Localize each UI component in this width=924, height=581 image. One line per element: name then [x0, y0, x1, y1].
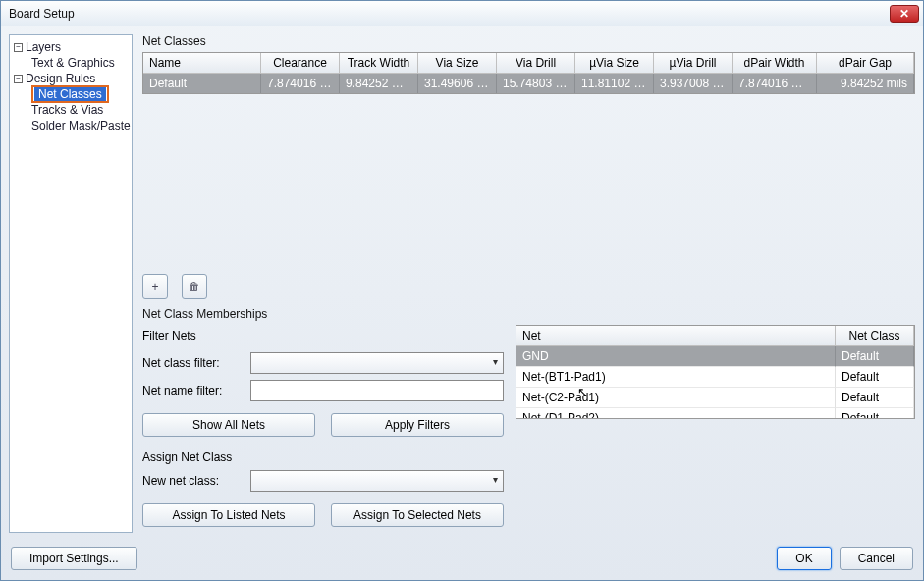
tree-item-solder-mask[interactable]: Solder Mask/Paste [14, 118, 132, 133]
tree-item-layers[interactable]: − Layers [14, 39, 132, 55]
table-row[interactable]: Net-(C2-Pad1) Default [516, 388, 914, 408]
assign-listed-button[interactable]: Assign To Listed Nets [142, 503, 315, 527]
col-name[interactable]: Name [143, 53, 261, 74]
tree-panel: − Layers Text & Graphics − Design Rules … [9, 34, 133, 533]
nets-table: Net Net Class GND Default Net-(BT1-Pad1)… [516, 325, 915, 419]
col-via-drill[interactable]: Via Drill [497, 53, 575, 74]
ok-button[interactable]: OK [777, 547, 831, 570]
footer: Import Settings... OK Cancel [1, 541, 923, 580]
assign-selected-button[interactable]: Assign To Selected Nets [331, 503, 504, 527]
net-name-filter-label: Net name filter: [142, 384, 250, 397]
col-net-class[interactable]: Net Class [836, 326, 914, 346]
net-name-filter-input[interactable] [250, 380, 504, 401]
table-row[interactable]: Net-(D1-Pad2) Default [516, 408, 914, 419]
tree-item-design-rules[interactable]: − Design Rules [14, 71, 132, 86]
apply-filters-button[interactable]: Apply Filters [331, 413, 504, 437]
delete-class-button[interactable]: 🗑 [182, 274, 207, 299]
table-row[interactable]: Default 7.874016 mils 9.84252 mils 31.49… [143, 74, 914, 93]
window-title: Board Setup [9, 7, 75, 21]
col-uvia-size[interactable]: µVia Size [575, 53, 654, 74]
add-class-button[interactable]: + [142, 274, 168, 299]
import-settings-button[interactable]: Import Settings... [11, 547, 137, 570]
tree-item-text-graphics[interactable]: Text & Graphics [14, 55, 132, 71]
board-setup-dialog: Board Setup ✕ − Layers Text & Graphics −… [0, 0, 924, 581]
net-class-filter-combo[interactable] [250, 352, 504, 374]
tree-toggle-icon[interactable]: − [14, 43, 23, 52]
col-track-width[interactable]: Track Width [340, 53, 418, 74]
col-clearance[interactable]: Clearance [261, 53, 340, 74]
filter-nets-label: Filter Nets [142, 329, 196, 343]
col-uvia-drill[interactable]: µVia Drill [654, 53, 733, 74]
tree-item-net-classes[interactable]: Net Classes [14, 86, 132, 102]
table-row[interactable]: GND Default [516, 346, 914, 367]
col-net[interactable]: Net [516, 326, 836, 346]
net-classes-table: Name Clearance Track Width Via Size Via … [142, 52, 915, 94]
assign-net-class-label: Assign Net Class [142, 450, 504, 464]
trash-icon: 🗑 [189, 280, 200, 293]
tree-toggle-icon[interactable]: − [14, 75, 23, 83]
close-icon: ✕ [899, 7, 909, 21]
col-dpair-gap[interactable]: dPair Gap [817, 53, 914, 74]
plus-icon: + [151, 280, 158, 293]
show-all-nets-button[interactable]: Show All Nets [142, 413, 315, 437]
col-via-size[interactable]: Via Size [418, 53, 497, 74]
close-button[interactable]: ✕ [890, 5, 919, 23]
tree-item-tracks-vias[interactable]: Tracks & Vias [14, 102, 132, 118]
net-classes-label: Net Classes [142, 34, 915, 48]
titlebar: Board Setup ✕ [1, 1, 923, 26]
cancel-button[interactable]: Cancel [840, 547, 913, 570]
table-row[interactable]: Net-(BT1-Pad1) Default [516, 367, 914, 388]
memberships-label: Net Class Memberships [142, 307, 915, 321]
col-dpair-width[interactable]: dPair Width [733, 53, 817, 74]
net-class-filter-label: Net class filter: [142, 356, 250, 370]
new-net-class-label: New net class: [142, 474, 250, 488]
new-net-class-combo[interactable] [250, 470, 504, 492]
